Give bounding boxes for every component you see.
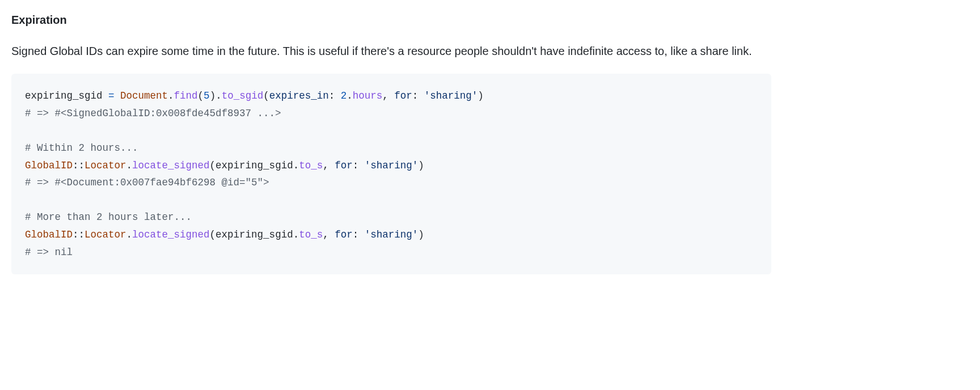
code-comment: # => #<Document:0x007fae94bf6298 @id="5"… <box>25 177 269 188</box>
code-token: , <box>382 90 394 101</box>
code-token: : <box>353 229 365 240</box>
code-token: Locator <box>85 229 126 240</box>
code-token: , <box>323 160 335 171</box>
code-token: for <box>394 90 412 101</box>
code-token: Document <box>120 90 168 101</box>
code-token: . <box>347 90 353 101</box>
code-token: to_s <box>299 229 323 240</box>
code-token: for <box>335 229 353 240</box>
code-token: = <box>103 90 121 101</box>
code-token: ( <box>210 229 216 240</box>
code-token: expires_in <box>269 90 329 101</box>
code-token: 'sharing' <box>365 229 419 240</box>
code-token: to_s <box>299 160 323 171</box>
code-token: expiring_sgid <box>216 229 293 240</box>
code-token: ( <box>198 90 204 101</box>
code-token: . <box>216 90 222 101</box>
code-comment: # Within 2 hours... <box>25 142 138 154</box>
code-token: ) <box>478 90 484 101</box>
code-token: 2 <box>341 90 347 101</box>
code-token: . <box>168 90 174 101</box>
code-token: 'sharing' <box>424 90 478 101</box>
code-token: : <box>329 90 341 101</box>
code-token: ) <box>418 229 424 240</box>
code-token: :: <box>73 229 85 240</box>
code-token: . <box>126 229 133 240</box>
code-token: ) <box>210 90 216 101</box>
code-token: GlobalID <box>25 229 73 240</box>
code-token: :: <box>73 160 85 171</box>
code-token: ( <box>263 90 269 101</box>
code-token: for <box>335 160 353 171</box>
code-token: locate_signed <box>132 229 210 240</box>
code-token: ( <box>210 160 216 171</box>
code-token: expiring_sgid <box>216 160 293 171</box>
code-token: GlobalID <box>25 160 73 171</box>
code-comment: # => nil <box>25 247 73 258</box>
code-token: hours <box>353 90 383 101</box>
code-block: expiring_sgid = Document.find(5).to_sgid… <box>11 74 771 274</box>
code-comment: # More than 2 hours later... <box>25 211 192 223</box>
code-token: 5 <box>204 90 210 101</box>
code-token: : <box>353 160 365 171</box>
code-token: ) <box>418 160 424 171</box>
code-comment: # => #<SignedGlobalID:0x008fde45df8937 .… <box>25 108 281 119</box>
code-token: , <box>323 229 335 240</box>
code-token: . <box>293 229 299 240</box>
code-token: 'sharing' <box>365 160 419 171</box>
code-token: find <box>174 90 198 101</box>
section-paragraph: Signed Global IDs can expire some time i… <box>11 42 771 60</box>
code-token: to_sgid <box>222 90 264 101</box>
code-token: . <box>293 160 299 171</box>
code-token: : <box>412 90 424 101</box>
code-token: Locator <box>85 160 126 171</box>
code-token: . <box>126 160 133 171</box>
section-heading: Expiration <box>11 11 771 28</box>
code-token: locate_signed <box>132 160 210 171</box>
code-token: expiring_sgid <box>25 90 103 101</box>
doc-section: Expiration Signed Global IDs can expire … <box>11 11 771 274</box>
